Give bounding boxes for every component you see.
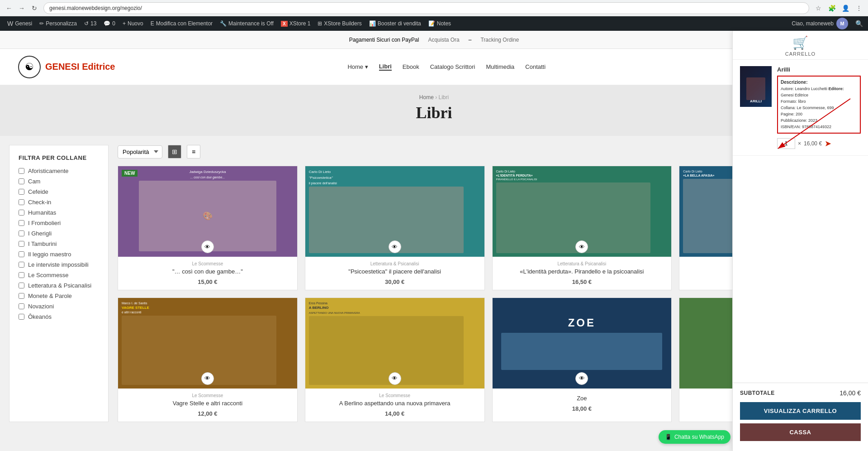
cart-item-description-box: Descrizione: Autore: Leandro Lucchetti E… [777,76,861,134]
bookmark-button[interactable]: ☆ [813,3,824,14]
subtotal-value: 16,00 € [840,389,861,397]
product-image-area: Carlo Di Lieto «L'IDENTITÀ PERDUTA» PIRA… [493,166,672,257]
wp-admin-item-booster[interactable]: 📊 Booster di vendita [365,16,425,31]
user-avatar: M [836,18,848,29]
filter-item[interactable]: Le Scommesse [19,272,99,278]
product-price: 12,00 € [123,410,292,417]
wp-admin-item-comments[interactable]: 💬 0 [100,16,119,31]
filter-item[interactable]: I Gherigli [19,230,99,237]
maintenance-label: Maintenance is Off [228,20,274,27]
nav-catalogo[interactable]: Catalogo Scrittori [430,63,475,70]
wp-admin-item-nuovo[interactable]: + Nuovo [119,16,147,31]
nav-home[interactable]: Home ▾ [347,63,368,70]
checkout-button[interactable]: CASSA [740,423,861,431]
wp-admin-item-revisions[interactable]: ↺ 13 [81,16,100,31]
product-quickview-button[interactable]: 👁 [201,372,214,385]
nav-libri[interactable]: Libri [379,63,392,71]
notes-icon: 📝 [428,20,435,27]
product-info: Le Scommesse A Berlino aspettando una nu… [305,389,484,422]
filter-item[interactable]: I Frombolieri [19,220,99,226]
xstore-builders-icon: ⊞ [318,20,322,27]
filter-item[interactable]: Monete & Parole [19,293,99,299]
filter-item[interactable]: Il leggio maestro [19,251,99,258]
breadcrumb-home[interactable]: Home [419,94,434,101]
logo-brand: GENESI [45,62,80,72]
product-card[interactable]: Carlo Di Lieto «L'IDENTITÀ PERDUTA» PIRA… [492,166,672,290]
filter-item[interactable]: Cefeide [19,188,99,195]
extensions-button[interactable]: 🧩 [826,3,837,14]
product-image-area: Marco I. de Santis VAGRE STELLE e altri … [118,298,297,389]
cart-arrow-icon[interactable]: ➤ [825,139,831,149]
revisions-icon: ↺ [84,20,89,27]
wp-admin-item-notes[interactable]: 📝 Notes [425,16,455,31]
revisions-count: 13 [90,20,96,27]
product-card[interactable]: ZOE 👁 Zoe 18,00 € [492,297,672,422]
sort-select[interactable]: Popolarità [118,145,162,158]
wp-admin-item-personalizza[interactable]: ✏ Personalizza [36,16,81,31]
nav-multimedia[interactable]: Multimedia [486,63,514,70]
cart-item-image-inner: ARILLI [740,66,772,107]
tracking-link[interactable]: Tracking Ordine [480,37,519,43]
forward-button[interactable]: → [16,3,27,14]
product-image-area: Eros Pessina A BERLINO ASPETTANDO UNA NU… [305,298,484,389]
xstore-builders-label: XStore Builders [324,20,361,27]
logo-suffix: Editrice [80,62,115,72]
cart-subtotal-area: SUBTOTALE 16,00 € VISUALIZZA CARRELLO CA… [733,383,868,431]
filter-item[interactable]: I Tamburini [19,240,99,247]
product-info: Le Scommesse Vagre Stelle e altri raccon… [118,389,297,422]
filter-item[interactable]: Ôkeanós [19,313,99,320]
user-greeting[interactable]: Ciao, maloneweb M [788,16,852,31]
view-list-button[interactable]: ≡ [187,145,200,158]
product-card[interactable]: Marco I. de Santis VAGRE STELLE e altri … [118,297,298,422]
product-card[interactable]: Eros Pessina A BERLINO ASPETTANDO UNA NU… [305,297,485,422]
acquista-ora-link[interactable]: Acquista Ora [428,37,459,43]
product-quickview-button[interactable]: 👁 [575,372,588,385]
filter-list: AforisticamenteCamCefeideCheck-inHumanit… [19,168,99,320]
browser-actions: ☆ 🧩 👤 ⋮ [813,3,864,14]
comments-count: 0 [112,20,115,27]
wp-admin-item-xstore[interactable]: X XStore 1 [277,16,314,31]
wp-admin-item-xstore-builders[interactable]: ⊞ XStore Builders [314,16,365,31]
profile-button[interactable]: 👤 [840,3,851,14]
main-nav: Home ▾ Libri Ebook Catalogo Scrittori Mu… [115,63,778,71]
desc-label: Descrizione: [781,80,807,85]
back-button[interactable]: ← [4,3,14,14]
cart-item-details: Arilli Descrizione: Autore: Leandro Lucc… [777,66,861,149]
product-name: "Psicoestetica" il piacere dell'analisi [311,268,479,276]
nav-contatti[interactable]: Contatti [525,63,545,70]
product-quickview-button[interactable]: 👁 [389,240,401,253]
product-name: Vagre Stelle e altri racconti [123,400,292,408]
filter-item[interactable]: Le interviste impossibili [19,261,99,268]
product-price: 18,00 € [498,405,666,412]
product-quickview-button[interactable]: 👁 [575,240,588,253]
product-card[interactable]: Carlo Di Lieto "Psicoestetica" il piacer… [305,166,485,290]
product-name: A Berlino aspettando una nuova primavera [311,400,479,408]
filter-item[interactable]: Cam [19,178,99,185]
cart-qty-input[interactable] [777,138,795,149]
view-cart-button[interactable]: VISUALIZZA CARRELLO [740,402,861,420]
wp-search-button[interactable]: 🔍 [854,18,864,29]
filter-item[interactable]: Humanitas [19,209,99,216]
product-info: Le Scommesse "… così con due gambe…" 15,… [118,257,297,290]
product-quickview-button[interactable]: 👁 [389,372,401,385]
nav-ebook[interactable]: Ebook [403,63,419,70]
notes-label: Notes [437,20,451,27]
refresh-button[interactable]: ↻ [29,3,40,14]
whatsapp-button[interactable]: 📱 Chatta su WhatsApp [659,430,730,431]
filter-item[interactable]: Novazioni [19,303,99,310]
product-category: Letteratura & Psicanalisi [498,261,666,266]
wp-admin-item-elementor[interactable]: E Modifica con Elementor [147,16,216,31]
product-quickview-button[interactable]: 👁 [201,240,214,253]
filter-item[interactable]: Letteratura & Psicanalisi [19,282,99,289]
wp-admin-item-genesi[interactable]: W Genesi [4,16,36,31]
view-grid-button[interactable]: ⊞ [168,145,181,158]
wp-admin-item-maintenance[interactable]: 🔧 Maintenance is Off [216,16,277,31]
filter-item[interactable]: Aforisticamente [19,168,99,174]
menu-button[interactable]: ⋮ [854,3,864,14]
product-card[interactable]: NEW Jadwiga Dzieduszycka ... così con du… [118,166,298,290]
cart-icon-large: 🛒 [792,35,808,50]
filter-item[interactable]: Check-in [19,199,99,206]
address-bar[interactable]: genesi.malonewebdesign.org/negozio/ [43,2,809,14]
logo-area[interactable]: ☯ GENESI Editrice [18,56,115,78]
elementor-icon: E [151,20,154,27]
